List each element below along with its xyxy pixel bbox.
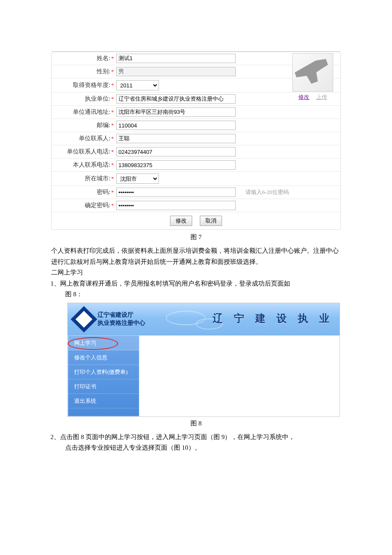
sidebar-menu: 网上学习 修改个人信息 打印个人资料(缴费单) 打印证书 退出系统 <box>68 335 139 416</box>
menu-logout[interactable]: 退出系统 <box>68 394 139 408</box>
qualyear-label: 取得资格年度: <box>73 82 110 88</box>
figure8-screenshot: 辽宁省建设厅 执业资格注册中心 辽 宁 建 设 执 业 网上学习 修改个人信息 … <box>67 303 340 417</box>
gender-input <box>116 67 236 76</box>
postcode-label: 邮编: <box>97 122 110 128</box>
unitcontact-input[interactable] <box>116 134 236 143</box>
banner-title: 辽 宁 建 设 执 业 <box>213 312 334 325</box>
content-area <box>139 335 340 416</box>
menu-print-cert[interactable]: 打印证书 <box>68 379 139 394</box>
cancel-button[interactable]: 取消 <box>200 216 222 226</box>
qualyear-select[interactable]: 2011 <box>116 80 159 90</box>
menu-online-study[interactable]: 网上学习 <box>68 336 139 350</box>
selfphone-input[interactable] <box>116 160 236 170</box>
city-select[interactable]: 沈阳市 <box>116 173 159 184</box>
addr-input[interactable] <box>116 107 236 117</box>
paragraph-1: 个人资料表打印完成后，依据资料表上面所显示培训费金额，将培训金额汇入注册中心账户… <box>51 246 341 267</box>
site-banner: 辽宁省建设厅 执业资格注册中心 辽 宁 建 设 执 业 <box>68 303 340 335</box>
pwd2-input[interactable] <box>116 201 236 210</box>
selfphone-label: 本人联系电话: <box>73 162 110 168</box>
list-item-1b: 图 8： <box>51 289 341 300</box>
logo-icon <box>71 306 97 332</box>
addr-label: 单位通讯地址: <box>73 109 110 115</box>
photo-upload-link[interactable]: 上传 <box>316 94 327 100</box>
profile-form: 修改 上传 姓名:* 性别:* 取得资格年度:* 2011 执业单位:* <box>51 51 341 230</box>
org-line1: 辽宁省建设厅 <box>98 311 145 319</box>
name-input[interactable] <box>116 54 236 63</box>
pwd-label: 密码: <box>97 189 110 195</box>
list-item-2: 2、点击图 8 页面中的网上学习按钮，进入网上学习页面（图 9），在网上学习系统… <box>51 432 341 443</box>
gender-label: 性别: <box>97 68 110 75</box>
section-heading: 二网上学习 <box>51 267 341 278</box>
menu-print-profile[interactable]: 打印个人资料(缴费单) <box>68 365 139 379</box>
unitphone-label: 单位联系人电话: <box>67 148 110 155</box>
workunit-input[interactable] <box>116 94 236 104</box>
unitphone-input[interactable] <box>116 147 236 156</box>
postcode-input[interactable] <box>116 121 236 130</box>
list-item-2b: 点击选择专业按钮进入专业选择页面（图 10）。 <box>51 442 341 454</box>
photo-panel: 修改 上传 <box>289 53 336 101</box>
pwd2-label: 确定密码: <box>85 202 110 208</box>
profile-photo <box>292 53 333 92</box>
figure8-caption: 图 8 <box>51 419 341 428</box>
photo-edit-link[interactable]: 修改 <box>298 94 309 100</box>
name-label: 姓名: <box>97 55 110 61</box>
list-item-1: 1、网上教育课程开通后，学员用报名时填写的用户名和密码登录，登录成功后页面如 <box>51 278 341 289</box>
pwd-input[interactable] <box>116 188 236 197</box>
figure7-caption: 图 7 <box>51 233 341 241</box>
menu-edit-profile[interactable]: 修改个人信息 <box>68 350 139 365</box>
city-label: 所在城市: <box>85 175 110 182</box>
submit-button[interactable]: 修改 <box>170 216 192 226</box>
workunit-label: 执业单位: <box>85 95 110 102</box>
pwd-hint: 请输入6-20位密码 <box>241 188 340 196</box>
unitcontact-label: 单位联系人: <box>79 135 110 142</box>
org-line2: 执业资格注册中心 <box>98 319 145 327</box>
